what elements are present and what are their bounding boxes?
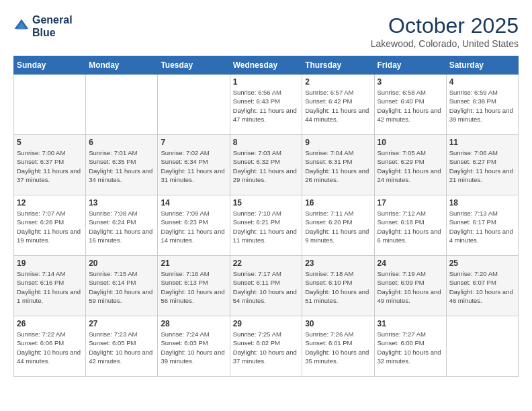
day-number: 30	[305, 319, 371, 328]
day-content: Sunrise: 7:26 AM Sunset: 6:01 PM Dayligh…	[305, 330, 371, 365]
day-number: 18	[449, 198, 515, 208]
calendar-cell: 16Sunrise: 7:11 AM Sunset: 6:20 PM Dayli…	[302, 195, 374, 256]
day-content: Sunrise: 7:06 AM Sunset: 6:27 PM Dayligh…	[449, 148, 515, 184]
calendar-cell	[158, 75, 230, 135]
calendar-header-thursday: Thursday	[302, 56, 374, 75]
logo: General Blue	[13, 13, 73, 39]
calendar-week-row: 19Sunrise: 7:14 AM Sunset: 6:16 PM Dayli…	[14, 256, 519, 316]
calendar-cell: 29Sunrise: 7:25 AM Sunset: 6:02 PM Dayli…	[230, 316, 302, 377]
day-content: Sunrise: 7:11 AM Sunset: 6:20 PM Dayligh…	[305, 209, 371, 244]
day-number: 11	[449, 138, 515, 147]
day-content: Sunrise: 7:07 AM Sunset: 6:26 PM Dayligh…	[17, 209, 83, 244]
day-content: Sunrise: 7:12 AM Sunset: 6:18 PM Dayligh…	[378, 209, 443, 244]
day-number: 22	[233, 259, 300, 268]
day-number: 15	[233, 198, 300, 208]
day-content: Sunrise: 7:24 AM Sunset: 6:03 PM Dayligh…	[161, 330, 226, 365]
day-number: 2	[305, 77, 371, 87]
day-content: Sunrise: 7:13 AM Sunset: 6:17 PM Dayligh…	[449, 209, 515, 244]
day-content: Sunrise: 7:02 AM Sunset: 6:34 PM Dayligh…	[161, 148, 226, 184]
day-number: 25	[449, 259, 515, 268]
day-number: 9	[305, 138, 371, 147]
day-content: Sunrise: 7:23 AM Sunset: 6:05 PM Dayligh…	[89, 330, 154, 365]
day-number: 3	[378, 77, 443, 87]
calendar-cell: 10Sunrise: 7:05 AM Sunset: 6:29 PM Dayli…	[374, 135, 446, 195]
day-number: 21	[161, 259, 226, 268]
calendar-week-row: 5Sunrise: 7:00 AM Sunset: 6:37 PM Daylig…	[14, 135, 519, 195]
day-content: Sunrise: 6:59 AM Sunset: 6:38 PM Dayligh…	[449, 88, 515, 124]
day-content: Sunrise: 7:17 AM Sunset: 6:11 PM Dayligh…	[233, 269, 300, 305]
day-number: 31	[378, 319, 443, 328]
day-content: Sunrise: 7:19 AM Sunset: 6:09 PM Dayligh…	[378, 269, 443, 305]
day-number: 14	[161, 198, 226, 208]
calendar-cell: 24Sunrise: 7:19 AM Sunset: 6:09 PM Dayli…	[374, 256, 446, 316]
day-number: 8	[233, 138, 300, 147]
calendar-cell: 12Sunrise: 7:07 AM Sunset: 6:26 PM Dayli…	[14, 195, 86, 256]
calendar-cell: 26Sunrise: 7:22 AM Sunset: 6:06 PM Dayli…	[14, 316, 86, 377]
calendar-cell: 30Sunrise: 7:26 AM Sunset: 6:01 PM Dayli…	[302, 316, 374, 377]
day-content: Sunrise: 7:18 AM Sunset: 6:10 PM Dayligh…	[305, 269, 371, 305]
day-number: 27	[89, 319, 154, 328]
day-content: Sunrise: 7:22 AM Sunset: 6:06 PM Dayligh…	[17, 330, 83, 365]
calendar-cell: 8Sunrise: 7:03 AM Sunset: 6:32 PM Daylig…	[230, 135, 302, 195]
calendar-cell: 4Sunrise: 6:59 AM Sunset: 6:38 PM Daylig…	[446, 75, 518, 135]
logo-text: General Blue	[32, 13, 73, 39]
day-number: 20	[89, 259, 154, 268]
calendar-header-sunday: Sunday	[14, 56, 86, 75]
day-number: 24	[378, 259, 443, 268]
calendar-table: SundayMondayTuesdayWednesdayThursdayFrid…	[13, 56, 519, 377]
calendar-week-row: 1Sunrise: 6:56 AM Sunset: 6:43 PM Daylig…	[14, 75, 519, 135]
calendar-cell: 19Sunrise: 7:14 AM Sunset: 6:16 PM Dayli…	[14, 256, 86, 316]
calendar-cell: 13Sunrise: 7:08 AM Sunset: 6:24 PM Dayli…	[86, 195, 158, 256]
day-content: Sunrise: 7:00 AM Sunset: 6:37 PM Dayligh…	[17, 148, 83, 184]
day-number: 29	[233, 319, 300, 328]
day-content: Sunrise: 7:20 AM Sunset: 6:07 PM Dayligh…	[449, 269, 515, 305]
calendar-cell: 31Sunrise: 7:27 AM Sunset: 6:00 PM Dayli…	[374, 316, 446, 377]
calendar-cell: 6Sunrise: 7:01 AM Sunset: 6:35 PM Daylig…	[86, 135, 158, 195]
day-content: Sunrise: 7:09 AM Sunset: 6:23 PM Dayligh…	[161, 209, 226, 244]
day-content: Sunrise: 7:25 AM Sunset: 6:02 PM Dayligh…	[233, 330, 300, 365]
day-number: 23	[305, 259, 371, 268]
location-label: Lakewood, Colorado, United States	[371, 38, 519, 49]
calendar-cell: 1Sunrise: 6:56 AM Sunset: 6:43 PM Daylig…	[230, 75, 302, 135]
page-header: General Blue October 2025 Lakewood, Colo…	[13, 13, 519, 49]
calendar-header-saturday: Saturday	[446, 56, 518, 75]
day-content: Sunrise: 6:58 AM Sunset: 6:40 PM Dayligh…	[378, 88, 443, 124]
calendar-cell: 11Sunrise: 7:06 AM Sunset: 6:27 PM Dayli…	[446, 135, 518, 195]
calendar-cell: 2Sunrise: 6:57 AM Sunset: 6:42 PM Daylig…	[302, 75, 374, 135]
calendar-cell: 7Sunrise: 7:02 AM Sunset: 6:34 PM Daylig…	[158, 135, 230, 195]
calendar-cell: 27Sunrise: 7:23 AM Sunset: 6:05 PM Dayli…	[86, 316, 158, 377]
calendar-cell: 28Sunrise: 7:24 AM Sunset: 6:03 PM Dayli…	[158, 316, 230, 377]
calendar-week-row: 12Sunrise: 7:07 AM Sunset: 6:26 PM Dayli…	[14, 195, 519, 256]
calendar-cell: 15Sunrise: 7:10 AM Sunset: 6:21 PM Dayli…	[230, 195, 302, 256]
day-number: 4	[449, 77, 515, 87]
calendar-week-row: 26Sunrise: 7:22 AM Sunset: 6:06 PM Dayli…	[14, 316, 519, 377]
calendar-cell: 17Sunrise: 7:12 AM Sunset: 6:18 PM Dayli…	[374, 195, 446, 256]
day-content: Sunrise: 7:01 AM Sunset: 6:35 PM Dayligh…	[89, 148, 154, 184]
calendar-header-monday: Monday	[86, 56, 158, 75]
day-content: Sunrise: 6:56 AM Sunset: 6:43 PM Dayligh…	[233, 88, 300, 124]
calendar-cell: 23Sunrise: 7:18 AM Sunset: 6:10 PM Dayli…	[302, 256, 374, 316]
calendar-cell	[446, 316, 518, 377]
logo-line1: General	[32, 13, 73, 26]
calendar-cell: 25Sunrise: 7:20 AM Sunset: 6:07 PM Dayli…	[446, 256, 518, 316]
calendar-header-wednesday: Wednesday	[230, 56, 302, 75]
calendar-cell: 9Sunrise: 7:04 AM Sunset: 6:31 PM Daylig…	[302, 135, 374, 195]
day-number: 26	[17, 319, 83, 328]
day-number: 1	[233, 77, 300, 87]
calendar-header-friday: Friday	[374, 56, 446, 75]
day-number: 17	[378, 198, 443, 208]
calendar-cell: 18Sunrise: 7:13 AM Sunset: 6:17 PM Dayli…	[446, 195, 518, 256]
calendar-cell	[14, 75, 86, 135]
calendar-cell	[86, 75, 158, 135]
day-number: 16	[305, 198, 371, 208]
day-content: Sunrise: 7:27 AM Sunset: 6:00 PM Dayligh…	[378, 330, 443, 365]
day-number: 19	[17, 259, 83, 268]
day-number: 5	[17, 138, 83, 147]
calendar-cell: 5Sunrise: 7:00 AM Sunset: 6:37 PM Daylig…	[14, 135, 86, 195]
day-content: Sunrise: 6:57 AM Sunset: 6:42 PM Dayligh…	[305, 88, 371, 124]
calendar-header-row: SundayMondayTuesdayWednesdayThursdayFrid…	[14, 56, 519, 75]
day-number: 12	[17, 198, 83, 208]
day-number: 6	[89, 138, 154, 147]
day-number: 28	[161, 319, 226, 328]
day-number: 7	[161, 138, 226, 147]
